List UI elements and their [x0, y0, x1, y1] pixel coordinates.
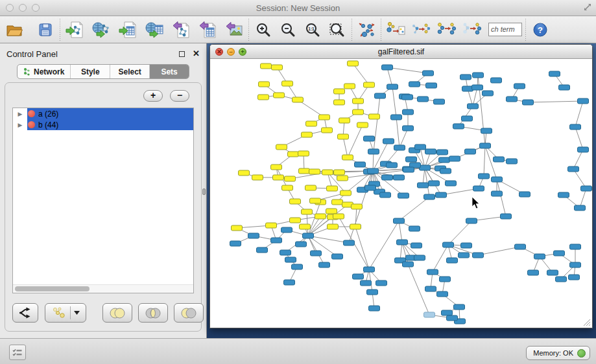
graph-node[interactable]: [501, 214, 512, 219]
graph-node[interactable]: [285, 176, 296, 181]
graph-node[interactable]: [369, 306, 380, 311]
graph-node[interactable]: [369, 114, 380, 119]
graph-node[interactable]: [328, 224, 339, 229]
graph-node[interactable]: [473, 73, 484, 78]
memory-status-button[interactable]: Memory: OK: [526, 346, 590, 360]
export-network-button[interactable]: [170, 19, 192, 41]
graph-node[interactable]: [547, 270, 558, 275]
zoom-in-button[interactable]: [252, 19, 274, 41]
graph-node[interactable]: [440, 277, 451, 282]
graph-node[interactable]: [302, 132, 313, 137]
tab-sets[interactable]: Sets: [150, 65, 189, 78]
graph-node[interactable]: [402, 95, 413, 100]
graph-node[interactable]: [338, 134, 349, 139]
export-table-button[interactable]: [197, 19, 219, 41]
graph-node[interactable]: [271, 238, 282, 243]
graph-node[interactable]: [259, 82, 270, 87]
graph-node[interactable]: [342, 155, 353, 160]
graph-node[interactable]: [507, 159, 518, 164]
create-set-from-network-button[interactable]: [45, 303, 86, 323]
graph-node[interactable]: [302, 209, 313, 214]
graph-node[interactable]: [443, 242, 454, 247]
list-item[interactable]: ▶ b (44): [13, 119, 193, 130]
merge-networks-button[interactable]: [410, 19, 432, 41]
graph-node[interactable]: [391, 115, 402, 120]
graph-node[interactable]: [570, 124, 581, 130]
graph-node[interactable]: [261, 63, 272, 69]
close-window-icon[interactable]: [6, 4, 14, 12]
graph-node[interactable]: [523, 100, 534, 105]
graph-node[interactable]: [554, 251, 565, 256]
graph-node[interactable]: [447, 258, 458, 263]
graph-node[interactable]: [322, 128, 333, 133]
graph-node[interactable]: [418, 183, 429, 188]
graph-node[interactable]: [397, 240, 408, 245]
network-difference-button[interactable]: [460, 19, 483, 41]
graph-node[interactable]: [248, 233, 259, 238]
graph-node[interactable]: [382, 175, 393, 180]
graph-node[interactable]: [492, 177, 503, 182]
graph-node[interactable]: [376, 280, 387, 286]
graph-node[interactable]: [367, 290, 378, 295]
graph-node[interactable]: [292, 264, 303, 269]
graph-node[interactable]: [290, 199, 301, 204]
graph-node[interactable]: [290, 218, 301, 223]
graph-node[interactable]: [439, 157, 450, 163]
graph-node[interactable]: [425, 286, 436, 291]
graph-node[interactable]: [479, 174, 490, 179]
graph-node[interactable]: [409, 226, 420, 231]
graph-node[interactable]: [446, 181, 457, 186]
graph-node[interactable]: [368, 168, 379, 174]
graph-node[interactable]: [549, 71, 560, 76]
network-window-titlebar[interactable]: ✕ – + galFiltered.sif: [210, 45, 592, 59]
scrollbar-thumb[interactable]: [15, 286, 89, 291]
minimize-network-icon[interactable]: –: [227, 48, 235, 56]
graph-node[interactable]: [365, 185, 376, 190]
graph-node[interactable]: [447, 315, 458, 321]
graph-node[interactable]: [303, 233, 314, 238]
remove-set-button[interactable]: −: [170, 90, 189, 102]
graph-node[interactable]: [280, 250, 291, 255]
graph-node[interactable]: [344, 240, 355, 245]
graph-node[interactable]: [556, 277, 567, 282]
expander-icon[interactable]: ▶: [13, 119, 27, 130]
graph-node[interactable]: [459, 253, 470, 258]
graph-node[interactable]: [348, 61, 359, 66]
graph-node[interactable]: [420, 165, 431, 170]
graph-node[interactable]: [284, 280, 295, 285]
graph-node[interactable]: [394, 218, 405, 223]
graph-node[interactable]: [353, 109, 364, 115]
fullscreen-icon[interactable]: [583, 3, 592, 12]
graph-node[interactable]: [465, 149, 476, 154]
graph-node[interactable]: [461, 243, 472, 248]
graph-node[interactable]: [309, 169, 320, 174]
graph-node[interactable]: [350, 224, 361, 229]
graph-node[interactable]: [578, 98, 589, 104]
graph-node[interactable]: [481, 128, 492, 133]
graph-node[interactable]: [515, 244, 526, 249]
graph-node[interactable]: [480, 143, 491, 148]
graph-node[interactable]: [454, 304, 465, 310]
graph-node[interactable]: [403, 126, 414, 131]
graph-node[interactable]: [353, 98, 364, 104]
graph-node[interactable]: [332, 254, 343, 259]
graph-node[interactable]: [411, 243, 422, 248]
graph-node[interactable]: [258, 95, 269, 100]
graph-node[interactable]: [507, 97, 518, 102]
zoom-out-button[interactable]: [277, 19, 299, 41]
graph-node[interactable]: [468, 104, 479, 109]
graph-node[interactable]: [333, 214, 344, 219]
import-table-web-button[interactable]: [143, 19, 165, 41]
graph-node[interactable]: [257, 247, 268, 253]
graph-node[interactable]: [427, 269, 438, 275]
graph-node[interactable]: [319, 262, 330, 267]
graph-node[interactable]: [473, 186, 484, 191]
graph-node[interactable]: [266, 223, 277, 228]
graph-node[interactable]: [429, 181, 440, 186]
graph-node[interactable]: [534, 254, 545, 259]
graph-node[interactable]: [296, 242, 307, 247]
graph-node[interactable]: [426, 83, 437, 88]
graph-node[interactable]: [569, 275, 580, 280]
graph-node[interactable]: [568, 166, 579, 172]
new-network-from-selection-button[interactable]: [385, 19, 407, 41]
